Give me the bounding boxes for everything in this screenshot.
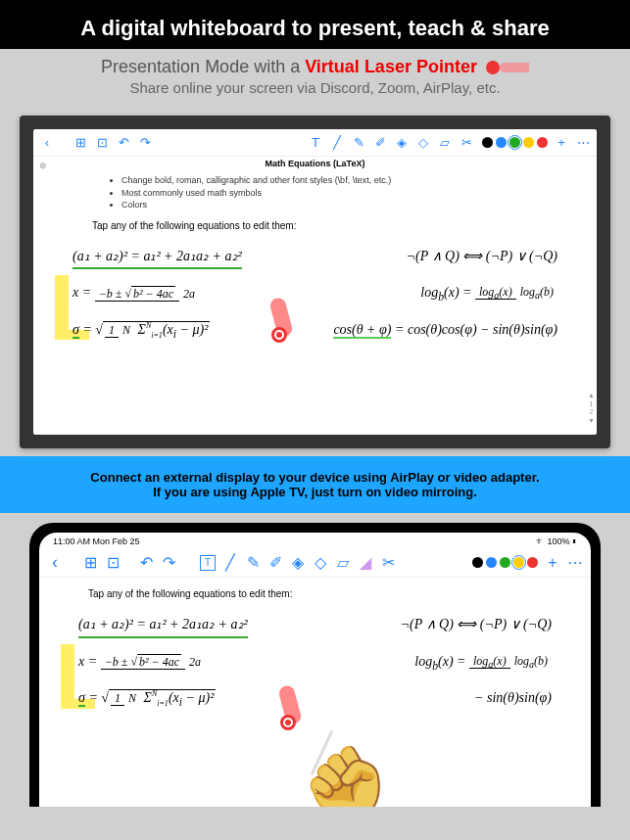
color-black[interactable] <box>472 557 483 568</box>
equation-row-2: x = −b ± √b² − 4ac2a logb(x) = loga(x)lo… <box>73 283 557 305</box>
tap-instruction: Tap any of the following equations to ed… <box>88 587 552 601</box>
redo-icon[interactable]: ↷ <box>137 135 153 151</box>
add-icon[interactable]: + <box>545 555 560 571</box>
page-nav[interactable]: ▲12▼ <box>588 392 595 425</box>
laser-dot-icon <box>486 61 500 74</box>
info-band: Connect an external display to your devi… <box>0 456 630 513</box>
equation-row-1: (a₁ + a₂)² = a₁² + 2a₁a₂ + a₂² ¬(P ∧ Q) … <box>78 615 552 638</box>
equation-row-2: x = −b ± √b² − 4ac2a logb(x) = loga(x)lo… <box>78 652 552 675</box>
color-green[interactable] <box>509 137 520 148</box>
color-blue[interactable] <box>496 137 507 148</box>
yellow-highlight <box>61 644 74 703</box>
eraser2-icon[interactable]: ▱ <box>335 555 351 571</box>
ipad-frame: 11:00 AM Mon Feb 25 ᯤ 100% ▮ ‹ ⊞ ⊡ ↶ ↷ T… <box>29 523 601 807</box>
equation-row-3: σ = √1N ΣNi=1(xi − μ)² cos(θ + φ) = cos(… <box>73 320 557 343</box>
color-green[interactable] <box>500 557 510 568</box>
equation-demorgan[interactable]: ¬(P ∧ Q) ⟺ (¬P) ∨ (¬Q) <box>401 615 552 638</box>
text-tool-icon[interactable]: T <box>200 555 216 571</box>
ipad-screen: 11:00 AM Mon Feb 25 ᯤ 100% ▮ ‹ ⊞ ⊡ ↶ ↷ T… <box>39 533 591 807</box>
toolbar-ipad: ‹ ⊞ ⊡ ↶ ↷ T ╱ ✎ ✐ ◈ ◇ ▱ ◢ ✂ + <box>39 548 591 578</box>
equation-stddev[interactable]: σ = √1N ΣNi=1(xi − μ)² <box>78 688 216 711</box>
document-body: Change bold, roman, calligraphic and oth… <box>33 170 597 360</box>
highlighter-icon[interactable]: ◈ <box>290 555 306 571</box>
grid-icon[interactable]: ⊞ <box>73 135 88 151</box>
line-tool-icon[interactable]: ╱ <box>329 135 345 151</box>
equation-row-1: (a₁ + a₂)² = a₁² + 2a₁a₂ + a₂² ¬(P ∧ Q) … <box>73 247 557 270</box>
redo-icon[interactable]: ↷ <box>161 555 176 571</box>
header: A digital whiteboard to present, teach &… <box>0 0 630 49</box>
subheader: Presentation Mode with a Virtual Laser P… <box>0 49 630 108</box>
cut-icon[interactable]: ✂ <box>380 555 396 571</box>
eraser-icon[interactable]: ◇ <box>415 135 431 151</box>
pencil-tool-icon[interactable]: ✐ <box>372 135 388 151</box>
main-title: A digital whiteboard to present, teach &… <box>10 16 620 41</box>
document-body-ipad: Tap any of the following equations to ed… <box>39 578 591 730</box>
color-yellow[interactable] <box>523 137 534 148</box>
text-tool-icon[interactable]: T <box>308 135 323 151</box>
laser-pointer <box>282 685 298 724</box>
back-icon[interactable]: ‹ <box>39 135 55 151</box>
bullet-list: Change bold, roman, calligraphic and oth… <box>121 174 557 211</box>
equation-stddev[interactable]: σ = √1N ΣNi=1(xi − μ)² <box>73 320 210 343</box>
laser-pointer <box>273 298 289 337</box>
equation-cos-sum-partial[interactable]: − sin(θ)sin(φ) <box>474 688 552 711</box>
equation-quadratic[interactable]: x = −b ± √b² − 4ac2a <box>78 652 205 675</box>
tv-frame: ‹ ⊞ ⊡ ↶ ↷ T ╱ ✎ ✐ ◈ ◇ ▱ ✂ + ⋯ Math <box>20 116 610 448</box>
equation-binomial[interactable]: (a₁ + a₂)² = a₁² + 2a₁a₂ + a₂² <box>78 615 248 638</box>
equation-demorgan[interactable]: ¬(P ∧ Q) ⟺ (¬P) ∨ (¬Q) <box>407 247 557 270</box>
pencil-tool-icon[interactable]: ✐ <box>267 555 283 571</box>
color-red[interactable] <box>537 137 548 148</box>
color-red[interactable] <box>527 557 538 568</box>
add-page-icon[interactable]: ⊡ <box>94 135 110 151</box>
tap-instruction: Tap any of the following equations to ed… <box>92 219 557 233</box>
status-time: 11:00 AM Mon Feb 25 <box>53 537 140 546</box>
equation-log[interactable]: logb(x) = loga(x)loga(b) <box>420 283 557 305</box>
color-palette <box>482 137 548 148</box>
eraser2-icon[interactable]: ▱ <box>437 135 453 151</box>
list-item: Change bold, roman, calligraphic and oth… <box>121 174 557 187</box>
equation-quadratic[interactable]: x = −b ± √b² − 4ac2a <box>73 283 199 305</box>
document-title: Math Equations (LaTeX) <box>33 157 597 170</box>
eraser-icon[interactable]: ◇ <box>313 555 328 571</box>
equation-binomial[interactable]: (a₁ + a₂)² = a₁² + 2a₁a₂ + a₂² <box>73 247 242 270</box>
highlighter-icon[interactable]: ◈ <box>394 135 410 151</box>
add-icon[interactable]: + <box>554 135 569 151</box>
color-blue[interactable] <box>486 557 497 568</box>
equation-row-3: σ = √1N ΣNi=1(xi − μ)² − sin(θ)sin(φ) <box>78 688 552 711</box>
pen-tool-icon[interactable]: ✎ <box>351 135 366 151</box>
equation-cos-sum[interactable]: cos(θ + φ) = cos(θ)cos(φ) − sin(θ)sin(φ) <box>333 320 557 343</box>
grid-icon[interactable]: ⊞ <box>82 555 98 571</box>
status-battery: ᯤ 100% ▮ <box>536 537 577 546</box>
toolbar-tv: ‹ ⊞ ⊡ ↶ ↷ T ╱ ✎ ✐ ◈ ◇ ▱ ✂ + ⋯ <box>33 129 597 157</box>
yellow-highlight <box>55 275 69 334</box>
undo-icon[interactable]: ↶ <box>138 555 154 571</box>
laser-trail-icon <box>500 63 529 72</box>
color-yellow[interactable] <box>513 557 524 568</box>
back-icon[interactable]: ‹ <box>47 555 63 571</box>
list-item: Most commonly used math symbols <box>121 187 557 200</box>
subtitle-2: Share online your screen via Discord, Zo… <box>10 79 620 96</box>
pen-tool-icon[interactable]: ✎ <box>245 555 261 571</box>
color-palette <box>472 557 538 568</box>
cut-icon[interactable]: ✂ <box>459 135 474 151</box>
color-black[interactable] <box>482 137 493 148</box>
subtitle-1: Presentation Mode with a Virtual Laser P… <box>10 57 620 77</box>
add-page-icon[interactable]: ⊡ <box>105 555 121 571</box>
equation-log[interactable]: logb(x) = loga(x)loga(b) <box>414 652 552 675</box>
status-bar: 11:00 AM Mon Feb 25 ᯤ 100% ▮ <box>39 533 591 548</box>
list-item: Colors <box>121 199 557 211</box>
hand-icon: ✊ <box>290 730 404 807</box>
line-tool-icon[interactable]: ╱ <box>222 555 238 571</box>
tv-screen: ‹ ⊞ ⊡ ↶ ↷ T ╱ ✎ ✐ ◈ ◇ ▱ ✂ + ⋯ Math <box>33 129 597 435</box>
undo-icon[interactable]: ↶ <box>116 135 131 151</box>
more-icon[interactable]: ⋯ <box>575 135 591 151</box>
close-doc-icon[interactable]: ⊗ <box>39 161 47 170</box>
brush-icon[interactable]: ◢ <box>358 555 373 571</box>
more-icon[interactable]: ⋯ <box>567 555 583 571</box>
